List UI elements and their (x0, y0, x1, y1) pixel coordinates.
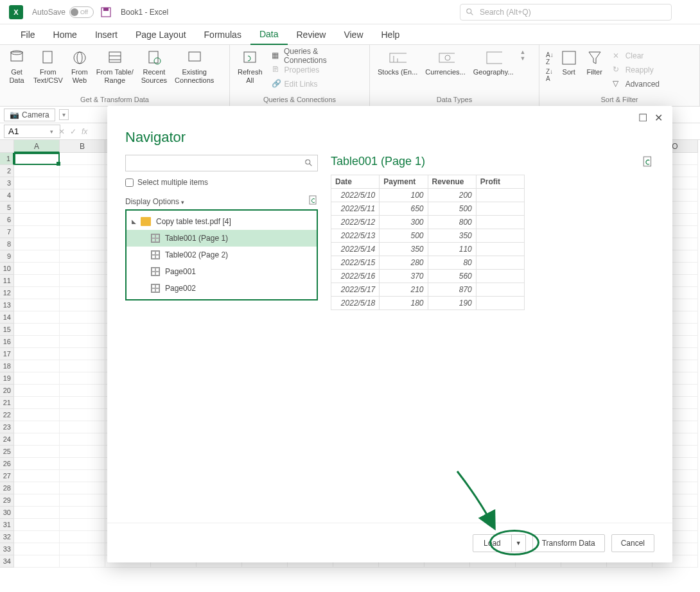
tree-item[interactable]: Table001 (Page 1) (127, 230, 317, 247)
refresh-all-button[interactable]: Refresh All (234, 48, 267, 86)
cell[interactable] (14, 153, 60, 165)
cell[interactable] (14, 226, 60, 238)
cell[interactable] (60, 482, 105, 494)
row-header[interactable]: 17 (0, 348, 14, 360)
chevron-down-icon[interactable]: ▼ (512, 536, 525, 550)
save-icon[interactable] (100, 6, 112, 18)
cell[interactable] (60, 324, 105, 336)
tree-item[interactable]: Table002 (Page 2) (127, 247, 317, 263)
advanced-button[interactable]: ▽Advanced (610, 77, 662, 91)
tab-help[interactable]: Help (372, 24, 409, 45)
row-header[interactable]: 9 (0, 250, 14, 263)
row-header[interactable]: 18 (0, 360, 14, 372)
cell[interactable] (60, 360, 105, 372)
fx-icon[interactable]: fx (82, 127, 87, 136)
cell[interactable] (60, 238, 105, 250)
sort-az-icon[interactable]: A↓Z (546, 51, 554, 65)
cell[interactable] (14, 543, 60, 555)
cell[interactable] (60, 202, 105, 214)
cell[interactable] (60, 226, 105, 238)
cell[interactable] (14, 214, 60, 226)
preview-refresh-icon[interactable] (643, 156, 654, 168)
cell[interactable] (14, 189, 60, 202)
row-header[interactable]: 25 (0, 446, 14, 458)
cell[interactable] (60, 433, 105, 446)
cell[interactable] (14, 397, 60, 409)
row-header[interactable]: 28 (0, 482, 14, 494)
cell[interactable] (60, 214, 105, 226)
col-header[interactable]: B (60, 140, 105, 153)
camera-button[interactable]: 📷 Camera (4, 109, 55, 121)
currencies-button[interactable]: Currencies... (421, 48, 469, 78)
row-header[interactable]: 24 (0, 433, 14, 446)
autosave-toggle[interactable]: Off (69, 6, 94, 18)
row-header[interactable]: 2 (0, 165, 14, 177)
cell[interactable] (14, 263, 60, 275)
row-header[interactable]: 27 (0, 470, 14, 482)
display-options-button[interactable]: Display Options (125, 197, 179, 206)
cell[interactable] (14, 555, 60, 568)
row-header[interactable]: 5 (0, 202, 14, 214)
sort-za-icon[interactable]: Z↓A (546, 68, 554, 82)
cell[interactable] (14, 385, 60, 397)
cell[interactable] (60, 519, 105, 531)
cell[interactable] (14, 299, 60, 311)
cell[interactable] (60, 189, 105, 202)
from-tablerange-button[interactable]: From Table/ Range (92, 48, 137, 86)
row-header[interactable]: 16 (0, 336, 14, 348)
row-header[interactable]: 1 (0, 153, 14, 165)
from-web-button[interactable]: From Web (67, 48, 92, 86)
cell[interactable] (60, 177, 105, 189)
row-header[interactable]: 34 (0, 555, 14, 568)
existing-connections-button[interactable]: Existing Connections (171, 48, 218, 86)
stocks-button[interactable]: Stocks (En... (374, 48, 421, 78)
search-box[interactable]: Search (Alt+Q) (460, 4, 672, 21)
cell[interactable] (14, 336, 60, 348)
tab-review[interactable]: Review (288, 24, 335, 45)
cell[interactable] (14, 482, 60, 494)
cell[interactable] (60, 531, 105, 543)
col-header[interactable]: A (14, 140, 60, 153)
cell[interactable] (14, 519, 60, 531)
cell[interactable] (60, 507, 105, 519)
row-header[interactable]: 30 (0, 507, 14, 519)
navigator-search[interactable] (125, 155, 318, 171)
cell[interactable] (14, 507, 60, 519)
tab-page-layout[interactable]: Page Layout (127, 24, 195, 45)
tab-home[interactable]: Home (44, 24, 86, 45)
row-header[interactable]: 11 (0, 275, 14, 287)
cell[interactable] (14, 348, 60, 360)
cell[interactable] (14, 360, 60, 372)
cell[interactable] (60, 446, 105, 458)
cell[interactable] (60, 397, 105, 409)
cell[interactable] (14, 446, 60, 458)
row-header[interactable]: 12 (0, 287, 14, 299)
cell[interactable] (14, 324, 60, 336)
row-header[interactable]: 13 (0, 299, 14, 311)
refresh-icon[interactable] (309, 195, 318, 207)
row-header[interactable]: 29 (0, 494, 14, 507)
tab-data[interactable]: Data (250, 24, 288, 45)
row-header[interactable]: 22 (0, 409, 14, 421)
tree-item[interactable]: Page002 (127, 280, 317, 297)
close-button[interactable]: ✕ (651, 110, 666, 125)
cell[interactable] (14, 275, 60, 287)
geography-button[interactable]: Geography... (469, 48, 518, 78)
cell[interactable] (60, 250, 105, 263)
cell[interactable] (60, 494, 105, 507)
tree-root-node[interactable]: ◣ Copy table test.pdf [4] (127, 213, 317, 230)
cell[interactable] (60, 421, 105, 433)
row-header[interactable]: 21 (0, 397, 14, 409)
row-header[interactable]: 8 (0, 238, 14, 250)
row-header[interactable]: 15 (0, 324, 14, 336)
sort-button[interactable]: Sort (556, 48, 582, 78)
dropdown-icon[interactable]: ▾ (59, 109, 69, 120)
row-header[interactable]: 3 (0, 177, 14, 189)
cell[interactable] (60, 311, 105, 324)
cell[interactable] (60, 263, 105, 275)
tab-formulas[interactable]: Formulas (195, 24, 250, 45)
cell[interactable] (60, 275, 105, 287)
cell[interactable] (14, 409, 60, 421)
cell[interactable] (14, 311, 60, 324)
row-header[interactable]: 23 (0, 421, 14, 433)
